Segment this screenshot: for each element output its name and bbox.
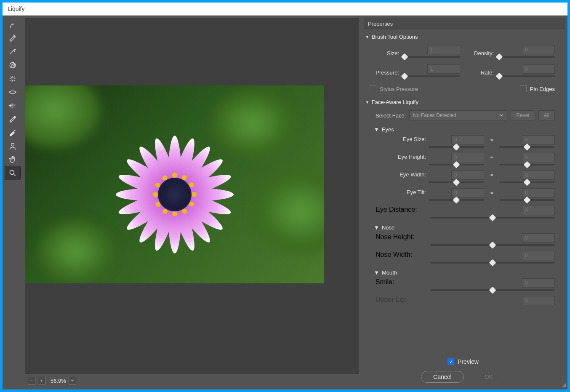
eye-distance-slider[interactable] [430,216,555,222]
select-face-dropdown[interactable]: No Faces Detected [409,110,507,120]
eye-width-right-input[interactable] [522,171,555,180]
eye-width-right-slider[interactable] [499,181,555,187]
cancel-button[interactable]: Cancel [421,371,464,383]
link-icon[interactable]: ⚭ [487,135,497,144]
nose-width-slider[interactable] [430,261,555,267]
rate-input[interactable] [522,64,555,74]
eye-size-left-input[interactable] [451,135,484,144]
eye-height-left-slider[interactable] [429,163,484,169]
density-label: Density: [464,50,494,56]
nose-height-input[interactable] [522,233,555,243]
preview-checkbox[interactable]: ✓Preview [447,358,479,365]
properties-panel: Properties ▼Brush Tool Options Size: Den… [361,16,567,389]
size-label: Size: [370,50,399,56]
reset-button[interactable]: Reset [511,110,535,120]
liquify-window: Liquify [3,3,567,389]
link-icon[interactable]: ⚭ [487,153,497,162]
pressure-input[interactable] [427,64,460,74]
density-slider[interactable] [498,55,555,61]
image-canvas[interactable] [25,18,359,374]
upper-lip-input[interactable] [522,296,555,305]
eye-size-left-slider[interactable] [429,145,484,151]
pucker-tool-icon[interactable] [5,72,20,85]
resize-grip-icon[interactable]: ◢ [562,382,566,388]
density-input[interactable] [522,45,555,54]
rate-label: Rate: [464,69,494,76]
stylus-pressure-checkbox[interactable]: Stylus Pressure [370,85,418,92]
canvas-area: − + 56.9% [23,16,361,389]
reconstruct-tool-icon[interactable] [5,32,20,45]
freeze-mask-tool-icon[interactable] [5,112,20,126]
zoom-out-button[interactable]: − [28,377,35,384]
eye-width-label: Eye Width: [376,171,426,178]
smooth-tool-icon[interactable] [5,45,20,59]
svg-point-4 [10,170,14,174]
eye-height-right-slider[interactable] [499,163,555,169]
eye-tilt-right-input[interactable] [522,188,555,197]
link-icon[interactable]: ⚭ [487,188,497,197]
svg-point-2 [14,116,15,117]
eye-tilt-right-slider[interactable] [499,198,555,204]
eye-distance-input[interactable] [522,206,555,215]
zoom-value: 56.9% [51,378,66,384]
pressure-label: Pressure: [370,69,399,76]
all-button[interactable]: All [538,110,555,120]
canvas-status-bar: − + 56.9% [25,374,359,387]
eye-height-left-input[interactable] [451,153,484,162]
eye-tilt-label: Eye Tilt: [376,188,426,195]
thaw-mask-tool-icon[interactable] [5,126,20,139]
push-left-tool-icon[interactable] [5,99,20,112]
eye-size-right-input[interactable] [522,135,555,144]
titlebar: Liquify [3,3,567,16]
twirl-tool-icon[interactable] [5,59,20,72]
forward-warp-tool-icon[interactable] [5,18,20,32]
link-icon[interactable]: ⚭ [487,171,497,180]
nose-height-slider[interactable] [430,243,555,249]
eyes-subsection-header[interactable]: ▼Eyes [364,125,561,134]
size-input[interactable] [427,45,460,54]
bloat-tool-icon[interactable] [5,85,20,99]
eye-distance-label: Eye Distance: [376,206,426,213]
eye-tilt-left-input[interactable] [451,188,484,197]
size-slider[interactable] [403,55,460,61]
smile-label: Smile: [376,278,426,286]
eye-size-label: Eye Size: [376,135,426,142]
ok-button[interactable]: OK [472,371,505,383]
eye-height-label: Eye Height: [376,153,426,160]
svg-point-1 [10,91,15,94]
pin-edges-checkbox[interactable]: Pin Edges [520,85,555,92]
brush-section-header[interactable]: ▼Brush Tool Options [364,31,561,43]
tool-sidebar [3,16,23,389]
nose-subsection-header[interactable]: ▼Nose [364,223,561,232]
eye-width-left-input[interactable] [451,171,484,180]
eye-size-right-slider[interactable] [499,145,555,151]
nose-width-input[interactable] [522,251,555,260]
eye-width-left-slider[interactable] [429,181,484,187]
svg-point-3 [11,143,14,146]
eye-tilt-left-slider[interactable] [429,198,484,204]
hand-tool-icon[interactable] [5,153,20,166]
rate-slider[interactable] [498,75,555,80]
zoom-in-button[interactable]: + [38,377,45,384]
mouth-subsection-header[interactable]: ▼Mouth [364,268,561,277]
face-section-header[interactable]: ▼Face-Aware Liquify [364,96,561,108]
smile-input[interactable] [522,278,555,288]
pressure-slider[interactable] [403,75,460,80]
zoom-tool-icon[interactable] [5,166,20,180]
upper-lip-label: Upper Lip: [376,296,426,304]
panel-title: Properties [364,18,565,29]
face-tool-icon[interactable] [5,139,20,153]
eye-height-right-input[interactable] [522,153,555,162]
nose-width-label: Nose Width: [376,251,426,259]
nose-height-label: Nose Height: [376,233,426,241]
select-face-label: Select Face: [376,112,406,119]
smile-slider[interactable] [430,288,555,294]
zoom-dropdown[interactable] [69,377,76,384]
